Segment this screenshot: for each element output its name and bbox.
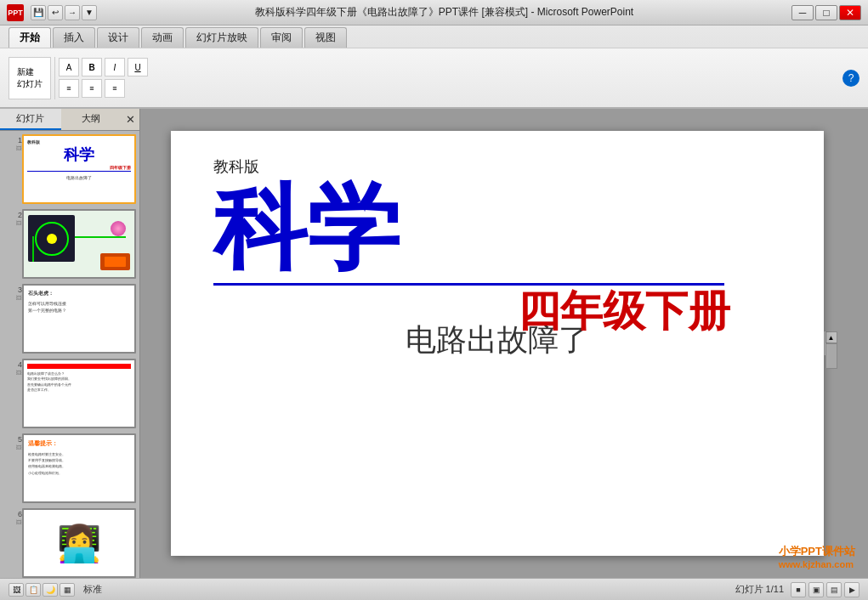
slide-main-title: 科学 (213, 181, 400, 275)
slide-sorter-button[interactable]: ▣ (808, 582, 824, 597)
ribbon-content: 新建幻灯片 A B I U ≡ ≡ ≡ ? (0, 48, 868, 107)
status-icon-3[interactable]: 🌙 (43, 583, 58, 597)
tab-start[interactable]: 开始 (9, 27, 51, 48)
slide-thumb-5[interactable]: 温馨提示： 检查电路时要注意安全。 不要用手直接触摸导线。 使用验电器来检测电路… (22, 433, 136, 503)
view-controls: ■ ▣ ▤ ▶ (791, 582, 859, 597)
window-controls: ─ □ ✕ (791, 5, 861, 20)
ribbon-divider-1 (54, 57, 55, 99)
app-icon: PPT (7, 4, 24, 21)
status-theme-label: 标准 (83, 583, 102, 596)
status-icon-4[interactable]: ▦ (60, 583, 75, 597)
slides-list[interactable]: 1 🖼 教科版 科学 四年级下册 电路出故障了 (0, 131, 139, 578)
quick-undo-button[interactable]: ↩ (48, 5, 63, 20)
align-center-button[interactable]: ≡ (82, 79, 102, 98)
status-icon-2[interactable]: 📋 (26, 583, 41, 597)
tab-animation[interactable]: 动画 (141, 27, 184, 48)
tab-outline[interactable]: 大纲 (61, 109, 122, 130)
ribbon: 开始 插入 设计 动画 幻灯片放映 审阅 视图 新建幻灯片 A B I U ≡ … (0, 25, 868, 109)
title-bar-left: PPT 💾 ↩ → ▼ (7, 4, 97, 21)
slide-item-5[interactable]: 5 🖼 温馨提示： 检查电路时要注意安全。 不要用手直接触摸导线。 使用验电器来… (3, 433, 136, 503)
tab-review[interactable]: 审阅 (260, 27, 303, 48)
slides-panel: 幻灯片 大纲 ✕ 1 🖼 教科版 科学 四年级 (0, 109, 140, 578)
slide-thumb-2[interactable] (22, 209, 136, 279)
quick-access-toolbar: 💾 ↩ → ▼ (31, 5, 97, 20)
maximize-button[interactable]: □ (815, 5, 837, 20)
help-button[interactable]: ? (842, 70, 859, 87)
watermark-line1: 小学PPT课件站 (779, 544, 855, 559)
underline-button[interactable]: U (128, 58, 148, 76)
slide-icon-1: 🖼 (16, 145, 22, 151)
canvas-area: 教科版 科学 四年级下册 电路出故障了 小学PPT课件站 www.kjzhan.… (140, 109, 868, 578)
slide-item-3[interactable]: 3 🖼 石头老虎： 怎样可以用导线连接第一个完整的电路？ (3, 284, 136, 354)
quick-redo-button[interactable]: → (65, 5, 80, 20)
close-button[interactable]: ✕ (839, 5, 861, 20)
status-icons: 🖼 📋 🌙 ▦ (9, 583, 75, 597)
status-icon-1[interactable]: 🖼 (9, 583, 24, 597)
align-right-button[interactable]: ≡ (105, 79, 125, 98)
minimize-button[interactable]: ─ (791, 5, 814, 20)
right-scrollbar[interactable]: ▲ ▼ (824, 331, 837, 355)
tab-view[interactable]: 视图 (304, 27, 347, 48)
italic-button[interactable]: I (105, 58, 125, 76)
normal-view-button[interactable]: ■ (791, 582, 806, 597)
tab-slideshow[interactable]: 幻灯片放映 (185, 27, 258, 48)
tab-design[interactable]: 设计 (97, 27, 139, 48)
slide-count-label: 幻灯片 1/11 (735, 583, 784, 596)
title-bar: PPT 💾 ↩ → ▼ 教科版科学四年级下册《电路出故障了》PPT课件 [兼容模… (0, 0, 868, 25)
reading-view-button[interactable]: ▤ (826, 582, 842, 597)
slide-publisher-text: 教科版 (213, 156, 781, 177)
slide-thumb-3[interactable]: 石头老虎： 怎样可以用导线连接第一个完整的电路？ (22, 284, 136, 354)
slide-icon-2: 🖼 (16, 220, 22, 226)
slide-thumb-1[interactable]: 教科版 科学 四年级下册 电路出故障了 (22, 134, 136, 204)
watermark: 小学PPT课件站 www.kjzhan.com (779, 544, 855, 569)
slideshow-button[interactable]: ▶ (844, 582, 859, 597)
new-slide-button[interactable]: 新建幻灯片 (9, 57, 51, 99)
panel-close-button[interactable]: ✕ (122, 111, 139, 127)
slide-sub-title: 四年级下册 (518, 283, 730, 340)
slide-thumb-6[interactable]: 👩‍💻 (22, 508, 136, 578)
slide-item-4[interactable]: 4 🖼 电路出故障了该怎么办？ 我们要去寻找出故障的原因。 首先要确认电路中的各… (3, 359, 136, 428)
quick-customize-button[interactable]: ▼ (82, 5, 97, 20)
quick-save-button[interactable]: 💾 (31, 5, 46, 20)
status-bar: 🖼 📋 🌙 ▦ 标准 幻灯片 1/11 ■ ▣ ▤ ▶ (0, 578, 868, 600)
status-left: 🖼 📋 🌙 ▦ 标准 (9, 583, 735, 597)
slide-content-area: 教科版 科学 四年级下册 电路出故障了 (171, 131, 824, 556)
slide-icon-4: 🖼 (16, 370, 22, 376)
slide-canvas[interactable]: 教科版 科学 四年级下册 电路出故障了 (171, 131, 824, 556)
window-title: 教科版科学四年级下册《电路出故障了》PPT课件 [兼容模式] - Microso… (97, 5, 791, 20)
scroll-up-button[interactable]: ▲ (825, 331, 837, 343)
scroll-thumb[interactable] (825, 343, 837, 369)
align-left-button[interactable]: ≡ (59, 79, 79, 98)
slide-thumb-4[interactable]: 电路出故障了该怎么办？ 我们要去寻找出故障的原因。 首先要确认电路中的各个元件 … (22, 359, 136, 428)
slide-item-1[interactable]: 1 🖼 教科版 科学 四年级下册 电路出故障了 (3, 134, 136, 204)
main-area: 幻灯片 大纲 ✕ 1 🖼 教科版 科学 四年级 (0, 109, 868, 578)
slide-icon-3: 🖼 (16, 295, 22, 301)
slide-icon-5: 🖼 (16, 444, 22, 450)
slides-tabs-row: 幻灯片 大纲 ✕ (0, 109, 139, 131)
ribbon-tabs: 开始 插入 设计 动画 幻灯片放映 审阅 视图 (0, 25, 868, 48)
font-select[interactable]: A (59, 58, 79, 76)
tab-insert[interactable]: 插入 (53, 27, 95, 48)
watermark-line2: www.kjzhan.com (779, 559, 855, 569)
bold-button[interactable]: B (82, 58, 102, 76)
status-right: 幻灯片 1/11 ■ ▣ ▤ ▶ (735, 582, 859, 597)
slide-item-6[interactable]: 6 🖼 👩‍💻 (3, 508, 136, 578)
slides-tabs-buttons: 幻灯片 大纲 (0, 109, 122, 130)
slide-icon-6: 🖼 (16, 519, 22, 525)
tab-slides[interactable]: 幻灯片 (0, 109, 61, 130)
slide-item-2[interactable]: 2 🖼 (3, 209, 136, 279)
